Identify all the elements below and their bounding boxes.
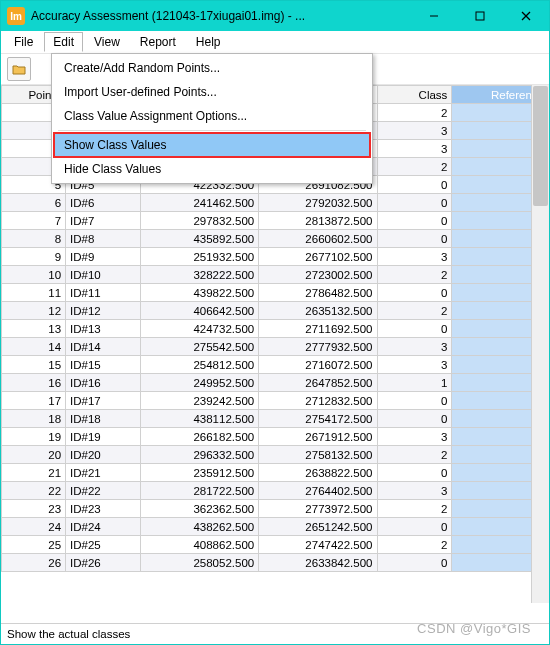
cell-name[interactable]: ID#16 [66,374,141,392]
cell-point[interactable]: 6 [2,194,66,212]
cell-class[interactable]: 2 [377,536,452,554]
cell-y[interactable]: 2786482.500 [259,284,377,302]
cell-point[interactable]: 10 [2,266,66,284]
cell-name[interactable]: ID#26 [66,554,141,572]
cell-class[interactable]: 0 [377,194,452,212]
cell-x[interactable]: 424732.500 [140,320,258,338]
maximize-button[interactable] [457,1,503,31]
cell-point[interactable]: 26 [2,554,66,572]
cell-x[interactable]: 275542.500 [140,338,258,356]
cell-point[interactable]: 13 [2,320,66,338]
cell-class[interactable]: 3 [377,482,452,500]
menu-file[interactable]: File [5,32,42,52]
table-row[interactable]: 22ID#22281722.5002764402.5003 [2,482,549,500]
cell-point[interactable]: 17 [2,392,66,410]
table-row[interactable]: 10ID#10328222.5002723002.50022 [2,266,549,284]
cell-name[interactable]: ID#20 [66,446,141,464]
table-row[interactable]: 13ID#13424732.5002711692.50000 [2,320,549,338]
cell-name[interactable]: ID#8 [66,230,141,248]
table-row[interactable]: 15ID#15254812.5002716072.50030 [2,356,549,374]
cell-y[interactable]: 2711692.500 [259,320,377,338]
cell-point[interactable]: 15 [2,356,66,374]
scrollbar-thumb[interactable] [533,86,548,206]
cell-x[interactable]: 254812.500 [140,356,258,374]
cell-y[interactable]: 2660602.500 [259,230,377,248]
table-row[interactable]: 8ID#8435892.5002660602.50000 [2,230,549,248]
cell-class[interactable]: 2 [377,158,452,176]
cell-y[interactable]: 2638822.500 [259,464,377,482]
cell-x[interactable]: 249952.500 [140,374,258,392]
cell-class[interactable]: 2 [377,302,452,320]
col-header-class[interactable]: Class [377,86,452,104]
cell-class[interactable]: 0 [377,230,452,248]
cell-y[interactable]: 2723002.500 [259,266,377,284]
cell-name[interactable]: ID#12 [66,302,141,320]
cell-name[interactable]: ID#24 [66,518,141,536]
cell-class[interactable]: 0 [377,464,452,482]
cell-name[interactable]: ID#15 [66,356,141,374]
cell-point[interactable]: 11 [2,284,66,302]
table-row[interactable]: 26ID#26258052.5002633842.5000 [2,554,549,572]
menu-item-hide-class-values[interactable]: Hide Class Values [54,157,370,181]
menu-edit[interactable]: Edit [44,32,83,52]
table-row[interactable]: 7ID#7297832.5002813872.50000 [2,212,549,230]
menu-help[interactable]: Help [187,32,230,52]
cell-name[interactable]: ID#21 [66,464,141,482]
cell-class[interactable]: 0 [377,518,452,536]
cell-x[interactable]: 266182.500 [140,428,258,446]
cell-y[interactable]: 2773972.500 [259,500,377,518]
cell-class[interactable]: 3 [377,428,452,446]
table-row[interactable]: 16ID#16249952.5002647852.50012 [2,374,549,392]
cell-class[interactable]: 3 [377,122,452,140]
cell-class[interactable]: 0 [377,320,452,338]
cell-y[interactable]: 2647852.500 [259,374,377,392]
cell-class[interactable]: 2 [377,104,452,122]
cell-y[interactable]: 2777932.500 [259,338,377,356]
cell-x[interactable]: 239242.500 [140,392,258,410]
cell-class[interactable]: 3 [377,338,452,356]
cell-y[interactable]: 2635132.500 [259,302,377,320]
cell-y[interactable]: 2651242.500 [259,518,377,536]
table-row[interactable]: 20ID#20296332.5002758132.5002 [2,446,549,464]
vertical-scrollbar[interactable] [531,85,549,603]
table-row[interactable]: 14ID#14275542.5002777932.50032 [2,338,549,356]
cell-x[interactable]: 258052.500 [140,554,258,572]
table-row[interactable]: 19ID#19266182.5002671912.5003 [2,428,549,446]
cell-class[interactable]: 3 [377,356,452,374]
cell-name[interactable]: ID#23 [66,500,141,518]
cell-name[interactable]: ID#9 [66,248,141,266]
table-row[interactable]: 12ID#12406642.5002635132.50023 [2,302,549,320]
cell-point[interactable]: 22 [2,482,66,500]
cell-name[interactable]: ID#22 [66,482,141,500]
cell-name[interactable]: ID#25 [66,536,141,554]
menu-item-create-random-points[interactable]: Create/Add Random Points... [54,56,370,80]
cell-class[interactable]: 2 [377,500,452,518]
menu-item-class-value-options[interactable]: Class Value Assignment Options... [54,104,370,128]
menu-item-show-class-values[interactable]: Show Class Values [54,133,370,157]
cell-y[interactable]: 2712832.500 [259,392,377,410]
table-row[interactable]: 18ID#18438112.5002754172.5000 [2,410,549,428]
cell-name[interactable]: ID#14 [66,338,141,356]
cell-x[interactable]: 439822.500 [140,284,258,302]
cell-x[interactable]: 281722.500 [140,482,258,500]
cell-point[interactable]: 16 [2,374,66,392]
cell-point[interactable]: 25 [2,536,66,554]
cell-class[interactable]: 0 [377,554,452,572]
table-row[interactable]: 17ID#17239242.5002712832.5000 [2,392,549,410]
cell-x[interactable]: 297832.500 [140,212,258,230]
table-row[interactable]: 24ID#24438262.5002651242.5000 [2,518,549,536]
cell-class[interactable]: 1 [377,374,452,392]
menu-view[interactable]: View [85,32,129,52]
cell-class[interactable]: 3 [377,140,452,158]
cell-name[interactable]: ID#6 [66,194,141,212]
cell-y[interactable]: 2747422.500 [259,536,377,554]
cell-point[interactable]: 23 [2,500,66,518]
cell-y[interactable]: 2792032.500 [259,194,377,212]
minimize-button[interactable] [411,1,457,31]
cell-x[interactable]: 296332.500 [140,446,258,464]
cell-x[interactable]: 435892.500 [140,230,258,248]
cell-name[interactable]: ID#19 [66,428,141,446]
open-button[interactable] [7,57,31,81]
cell-name[interactable]: ID#7 [66,212,141,230]
cell-x[interactable]: 251932.500 [140,248,258,266]
